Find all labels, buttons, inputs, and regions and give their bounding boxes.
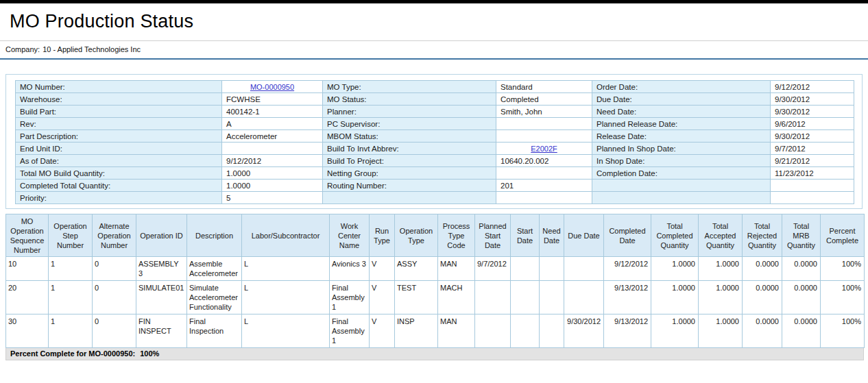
grid-cell: ASSY [395, 257, 438, 281]
grid-cell [564, 281, 604, 314]
grid-cell: Simulate Accelerometer Functionality [187, 281, 242, 314]
detail-label: Build Part: [16, 106, 222, 118]
detail-value: 9/6/2012 [771, 118, 854, 130]
mo-details-table: MO Number:MO-0000950MO Type:StandardOrde… [15, 80, 854, 204]
grid-cell [511, 281, 540, 314]
column-header: Description [187, 214, 242, 257]
detail-value: 9/30/2012 [771, 93, 854, 106]
grid-cell: V [370, 314, 395, 348]
column-header: Planned Start Date [475, 214, 511, 257]
detail-value: 9/30/2012 [771, 106, 854, 118]
detail-label: MBOM Status: [323, 130, 496, 143]
detail-value: 5 [222, 192, 323, 204]
detail-label: Routing Number: [323, 180, 496, 192]
grid-cell: 1.0000 [651, 257, 699, 281]
detail-value: 9/7/2012 [771, 143, 854, 155]
detail-label: MO Type: [323, 81, 496, 93]
grid-cell [475, 314, 511, 348]
detail-label: Warehouse: [16, 93, 222, 106]
grid-cell: L [242, 281, 330, 314]
grid-cell: 10 [6, 257, 49, 281]
detail-label: Need Date: [592, 106, 771, 118]
detail-label: Planner: [323, 106, 496, 118]
percent-complete-footer: Percent Complete for MO-0000950:100% [5, 348, 864, 360]
grid-cell: 0.0000 [782, 314, 821, 348]
grid-cell: 9/12/2012 [604, 257, 651, 281]
grid-cell: 100% [821, 314, 865, 348]
grid-cell [540, 314, 564, 348]
grid-cell: 9/13/2012 [604, 281, 651, 314]
detail-label: Rev: [16, 118, 222, 130]
operation-row: 2010SIMULATE01Simulate Accelerometer Fun… [6, 281, 865, 314]
detail-label: End Unit ID: [16, 143, 222, 155]
detail-row: Priority:5 [16, 192, 854, 204]
detail-label: Part Description: [16, 130, 222, 143]
grid-cell: 0.0000 [743, 257, 782, 281]
grid-cell: INSP [395, 314, 438, 348]
operations-table: MO Operation Sequence NumberOperation St… [5, 214, 865, 348]
grid-cell: 1 [49, 257, 93, 281]
detail-row: End Unit ID:Build To Invt Abbrev:E2002FP… [16, 143, 854, 155]
detail-row: Part Description:AccelerometerMBOM Statu… [16, 130, 854, 143]
grid-cell: 0.0000 [782, 281, 821, 314]
grid-cell: MACH [438, 281, 475, 314]
footer-value: 100% [140, 349, 159, 358]
column-header: Total Completed Quantity [651, 214, 699, 257]
detail-value-link-cell: E2002F [496, 143, 592, 155]
detail-label: MO Number: [16, 81, 222, 93]
grid-cell: Assemble Accelerometer [187, 257, 242, 281]
detail-value [771, 192, 854, 204]
detail-row: Total MO Build Quantity:1.0000Netting Gr… [16, 167, 854, 180]
column-header: Run Type [370, 214, 395, 257]
detail-label: Total MO Build Quantity: [16, 167, 222, 180]
grid-cell: 0.0000 [743, 314, 782, 348]
grid-cell: 1.0000 [651, 281, 699, 314]
grid-cell: Final Assembly 1 [330, 281, 370, 314]
mo-details-panel: MO Number:MO-0000950MO Type:StandardOrde… [5, 74, 863, 209]
grid-cell: TEST [395, 281, 438, 314]
footer-label: Percent Complete for MO-0000950: [10, 349, 135, 358]
grid-cell: 0.0000 [782, 257, 821, 281]
detail-value: 10640.20.002 [496, 155, 592, 167]
grid-cell: MAN [438, 314, 475, 348]
operation-row: 1010ASSEMBLY 3Assemble AccelerometerLAvi… [6, 257, 865, 281]
detail-value: 9/12/2012 [222, 155, 323, 167]
grid-cell: ASSEMBLY 3 [136, 257, 187, 281]
detail-value: Completed [496, 93, 592, 106]
detail-value [771, 180, 854, 192]
detail-value: 1.0000 [222, 167, 323, 180]
column-header: Alternate Operation Number [93, 214, 136, 257]
report-header: MO Production Status [0, 3, 868, 40]
grid-cell [475, 281, 511, 314]
detail-label [592, 192, 771, 204]
detail-value-link-cell: MO-0000950 [222, 81, 323, 93]
grid-cell: 0.0000 [743, 281, 782, 314]
column-header: Work Center Name [330, 214, 370, 257]
company-value: 10 - Applied Technologies Inc [43, 45, 141, 53]
grid-cell: 1.0000 [699, 281, 743, 314]
detail-value: 9/30/2012 [771, 130, 854, 143]
column-header: Due Date [564, 214, 604, 257]
detail-value: 9/12/2012 [771, 81, 854, 93]
grid-cell: 20 [6, 281, 49, 314]
grid-cell: 9/30/2012 [564, 314, 604, 348]
detail-value: 11/23/2012 [771, 167, 854, 180]
detail-row: MO Number:MO-0000950MO Type:StandardOrde… [16, 81, 854, 93]
detail-row: As of Date:9/12/2012Build To Project:106… [16, 155, 854, 167]
grid-cell: L [242, 257, 330, 281]
grid-cell: L [242, 314, 330, 348]
detail-value: 201 [496, 180, 592, 192]
detail-value [496, 167, 592, 180]
mo-number-link[interactable]: MO-0000950 [250, 83, 294, 91]
build-to-invt-abbrev-link[interactable]: E2002F [531, 145, 557, 153]
detail-value: Standard [496, 81, 592, 93]
column-header: Process Type Code [438, 214, 475, 257]
grid-cell: 1.0000 [651, 314, 699, 348]
grid-cell: 9/13/2012 [604, 314, 651, 348]
grid-cell [511, 257, 540, 281]
grid-cell: V [370, 257, 395, 281]
detail-label: Release Date: [592, 130, 771, 143]
grid-cell [511, 314, 540, 348]
detail-value [222, 143, 323, 155]
column-header: MO Operation Sequence Number [6, 214, 49, 257]
